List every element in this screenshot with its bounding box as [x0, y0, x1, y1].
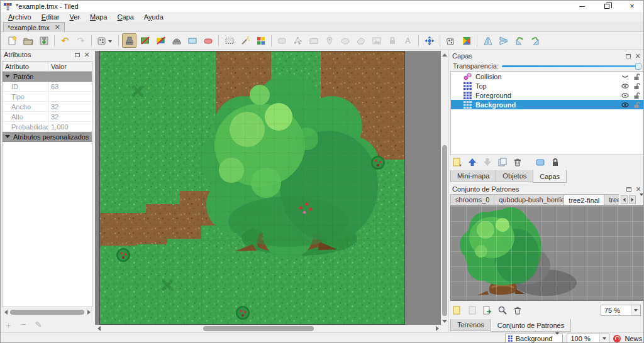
table-row[interactable]: Tipo	[3, 92, 92, 102]
unlock-icon[interactable]	[632, 92, 641, 99]
menu-capa[interactable]: Capa	[112, 13, 138, 21]
insert-text-icon[interactable]: A	[401, 33, 415, 48]
visibility-on-icon[interactable]	[621, 102, 630, 108]
delete-layer-icon[interactable]	[512, 156, 523, 168]
tileset-tab-tree2-final[interactable]: tree2-final	[564, 194, 604, 205]
tileset-zoom-select[interactable]: 75 %	[601, 305, 641, 316]
stamp-variations-icon[interactable]	[95, 33, 115, 48]
eraser-icon[interactable]	[201, 33, 215, 48]
save-icon[interactable]	[36, 33, 51, 48]
edit-tileset-icon[interactable]	[497, 305, 508, 316]
same-tile-select-icon[interactable]	[253, 33, 268, 48]
lower-layer-icon[interactable]	[482, 156, 493, 168]
visibility-off-icon[interactable]	[621, 74, 630, 80]
raise-layer-icon[interactable]	[467, 156, 478, 168]
menu-ayuda[interactable]: Ayuda	[139, 13, 169, 21]
panel-float-icon[interactable]	[625, 185, 633, 193]
tab-mini-mapa[interactable]: Mini-mapa	[450, 170, 496, 182]
flip-horizontal-icon[interactable]	[480, 33, 495, 48]
fill-bucket-icon[interactable]	[153, 33, 168, 48]
magic-wand-icon[interactable]	[238, 33, 252, 48]
minimize-button[interactable]	[569, 1, 594, 12]
panel-close-icon[interactable]: ✕	[83, 51, 91, 58]
menu-archivo[interactable]: Archivo	[3, 13, 36, 21]
unlock-icon[interactable]	[632, 101, 641, 109]
table-row[interactable]: ID63	[3, 82, 92, 92]
edit-property-icon[interactable]: ✎	[35, 320, 42, 331]
menu-editar[interactable]: Editar	[36, 13, 65, 21]
visibility-on-icon[interactable]	[621, 83, 630, 89]
scroll-thumb[interactable]	[10, 310, 84, 315]
panel-float-icon[interactable]	[625, 52, 632, 60]
scroll-left-icon[interactable]	[95, 325, 103, 332]
edit-polygons-icon[interactable]	[291, 33, 305, 48]
delete-tileset-icon[interactable]	[512, 305, 523, 316]
news-label[interactable]: News	[625, 335, 642, 342]
tab-capas[interactable]: Capas	[533, 170, 567, 183]
layer-row-foreground[interactable]: Foreground	[451, 90, 643, 100]
panel-float-icon[interactable]	[74, 51, 81, 58]
tab-scroll-left-icon[interactable]	[621, 195, 628, 204]
transparency-slider[interactable]	[502, 65, 638, 67]
map-canvas[interactable]	[99, 51, 405, 325]
embed-tileset-icon[interactable]	[467, 305, 478, 316]
layer-selector[interactable]: Background	[505, 334, 563, 343]
tab-list-dropdown-icon[interactable]	[640, 196, 643, 204]
menu-ver[interactable]: Ver	[64, 13, 85, 21]
scroll-thumb[interactable]	[442, 145, 447, 316]
scroll-up-icon[interactable]	[441, 51, 448, 58]
rect-fill-icon[interactable]	[185, 33, 199, 48]
flip-vertical-icon[interactable]	[496, 33, 511, 48]
tab-conjunto-de-patrones[interactable]: Conjunto de Patrones	[491, 318, 571, 332]
attributes-hscrollbar[interactable]	[2, 308, 92, 316]
scroll-right-icon[interactable]	[433, 325, 441, 332]
layer-row-collision[interactable]: Collision	[451, 72, 643, 81]
scroll-thumb[interactable]	[203, 326, 314, 331]
map-vscrollbar[interactable]	[441, 51, 448, 325]
close-button[interactable]: ×	[619, 1, 644, 12]
map-view[interactable]	[95, 51, 441, 325]
rotate-right-icon[interactable]	[528, 33, 542, 48]
insert-point-icon[interactable]	[322, 33, 336, 48]
tileset-tab-bush-berries[interactable]: qubodup-bush_berries_0	[494, 194, 564, 205]
panel-close-icon[interactable]: ✕	[634, 52, 641, 60]
visibility-on-icon[interactable]	[621, 92, 630, 99]
layer-row-background[interactable]: Background	[451, 100, 643, 109]
shape-fill-icon[interactable]	[169, 33, 184, 48]
terrain-fill-icon[interactable]	[459, 33, 474, 48]
transparency-slider-handle[interactable]	[635, 63, 641, 70]
news-icon[interactable]	[613, 335, 621, 342]
scroll-left-icon[interactable]	[2, 308, 9, 316]
tileset-tab-shrooms[interactable]: shrooms_0	[450, 194, 494, 205]
scroll-right-icon[interactable]	[85, 308, 92, 316]
add-property-icon[interactable]: ＋	[4, 320, 13, 331]
stamp-brush-icon[interactable]	[122, 33, 136, 48]
menu-mapa[interactable]: Mapa	[85, 13, 113, 21]
rect-select-icon[interactable]	[222, 33, 236, 48]
insert-tile-icon[interactable]	[369, 33, 384, 48]
tab-objetos[interactable]: Objetos	[496, 170, 533, 182]
new-tileset-icon[interactable]	[452, 305, 463, 316]
new-map-icon[interactable]	[5, 33, 19, 48]
select-objects-icon[interactable]	[275, 33, 289, 48]
table-row[interactable]: Ancho32	[3, 102, 92, 112]
insert-polygon-icon[interactable]	[353, 33, 368, 48]
map-hscrollbar[interactable]	[94, 325, 441, 332]
document-tab[interactable]: *example.tmx ✕	[3, 22, 65, 32]
highlight-layer-icon[interactable]	[535, 156, 546, 168]
map-zoom-select[interactable]: 100 %	[567, 334, 609, 343]
tileset-view[interactable]	[450, 205, 644, 301]
remove-property-icon[interactable]: −	[21, 320, 26, 331]
scroll-down-icon[interactable]	[441, 317, 448, 325]
tab-scroll-right-icon[interactable]	[629, 195, 636, 204]
group-atributos-personalizados[interactable]: Atributos personalizados	[3, 132, 92, 142]
unlock-icon[interactable]	[632, 73, 641, 80]
table-row[interactable]: Alto32	[3, 112, 92, 122]
redo-icon[interactable]: ↷	[74, 33, 88, 48]
insert-rectangle-icon[interactable]	[306, 33, 321, 48]
group-patron[interactable]: Patrón	[3, 72, 92, 82]
tab-terrenos[interactable]: Terrenos	[450, 319, 491, 331]
panel-close-icon[interactable]: ✕	[635, 185, 642, 193]
lock-layer-icon[interactable]	[550, 156, 561, 168]
undo-icon[interactable]: ↶	[58, 33, 72, 48]
